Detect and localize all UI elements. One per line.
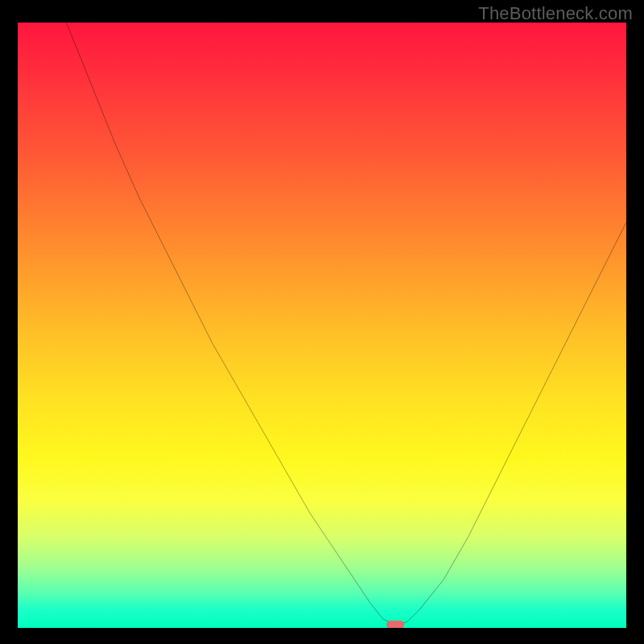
curve-svg [18,23,626,628]
plot-area [18,23,626,628]
bottleneck-curve [66,23,626,625]
chart-container: TheBottleneck.com [0,0,644,644]
optimal-marker [386,621,404,628]
attribution-text: TheBottleneck.com [478,3,633,24]
